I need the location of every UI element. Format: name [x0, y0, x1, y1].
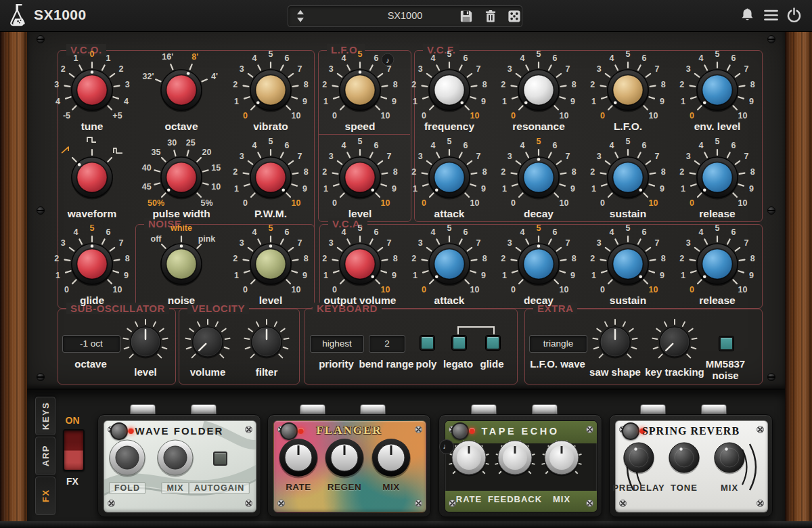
knob-octave-label: octave [164, 120, 198, 133]
knob-vca-sustain[interactable]: 012345678910sustain [583, 219, 673, 309]
knob-vcf-attack[interactable]: 012345678910attack [404, 132, 495, 223]
knob-vcf-lfo[interactable]: 012345678910L.F.O. [583, 45, 673, 135]
svg-text:6: 6 [642, 141, 647, 150]
wave-folder-mix-label: MIX [161, 482, 189, 494]
knob-lfo-level[interactable]: 012345678910level [315, 132, 405, 223]
svg-text:8: 8 [393, 254, 398, 263]
fx-power-switch[interactable] [63, 429, 85, 471]
notifications-bell-icon[interactable] [739, 7, 756, 24]
svg-text:4: 4 [341, 227, 346, 237]
knob-glide[interactable]: 012345678910glide [47, 219, 137, 309]
knob-noise-level[interactable]: 012345678910level [225, 219, 316, 309]
knob-velocity-volume[interactable]: volume [175, 309, 240, 374]
svg-text:9: 9 [749, 184, 754, 194]
keyboard-glide-checkbox[interactable] [486, 336, 500, 350]
svg-text:2: 2 [233, 254, 238, 263]
knob-resonance[interactable]: 012345678910resonance [493, 45, 584, 135]
knob-waveform[interactable]: waveform [47, 132, 137, 223]
save-preset-icon[interactable] [459, 9, 474, 24]
svg-text:3: 3 [597, 238, 602, 248]
fx-power-on-label: ON [66, 415, 80, 426]
bottom-rail [0, 521, 812, 528]
poly-checkbox[interactable] [420, 336, 434, 350]
svg-text:7: 7 [297, 238, 302, 248]
svg-text:9: 9 [749, 271, 754, 280]
spring-reverb-mix-knob[interactable] [710, 439, 748, 477]
svg-text:1: 1 [234, 97, 239, 106]
knob-saw-shape-label: saw shape [589, 366, 641, 378]
tab-keys[interactable]: KEYS [35, 397, 55, 435]
knob-vcf-sustain[interactable]: 012345678910sustain [583, 132, 673, 223]
flanger-regen-knob[interactable] [323, 437, 365, 479]
knob-saw-shape[interactable]: saw shape [583, 309, 648, 374]
svg-text:5: 5 [269, 49, 273, 59]
svg-text:7: 7 [476, 152, 480, 161]
svg-text:4: 4 [520, 53, 524, 63]
svg-text:6: 6 [642, 227, 647, 237]
knob-vca-attack[interactable]: 012345678910attack [404, 219, 495, 309]
tape-echo-rate-knob[interactable] [444, 433, 494, 483]
svg-text:1: 1 [502, 184, 507, 194]
randomize-preset-dice-icon[interactable] [507, 9, 522, 24]
flanger-rate-knob[interactable] [277, 437, 319, 479]
menu-hamburger-icon[interactable] [763, 7, 780, 23]
svg-text:0: 0 [422, 198, 426, 208]
spring-reverb-predelay-knob[interactable] [620, 439, 658, 477]
knob-pulse-width[interactable]: 50%45403530252015105%pulse width [136, 132, 227, 223]
knob-octave[interactable]: 32'16'8'4'octave [136, 45, 227, 135]
svg-text:3: 3 [418, 238, 423, 248]
knob-output-volume[interactable]: 012345678910output volume [315, 219, 405, 309]
spring-reverb-tone-knob[interactable] [665, 439, 703, 477]
wave-folder-mix-knob[interactable] [155, 437, 196, 478]
flanger-mix-knob[interactable] [370, 437, 412, 479]
knob-pwm[interactable]: 012345678910P.W.M. [225, 132, 316, 223]
svg-text:7: 7 [744, 64, 748, 74]
tape-echo-feedback-knob[interactable] [490, 433, 540, 483]
knob-vca-decay[interactable]: 012345678910decay [493, 219, 584, 309]
knob-velocity-filter[interactable]: filter [234, 309, 299, 374]
knob-vca-release[interactable]: 012345678910release [672, 219, 763, 309]
legato-checkbox[interactable] [452, 336, 466, 350]
title-bar: SX1000 SX1000 [0, 0, 812, 32]
tab-arp[interactable]: ARP [35, 437, 55, 475]
bend-range-field[interactable]: 2 [369, 335, 405, 353]
pedal-wave-folder: WAVE FOLDER FOLD MIX AUTOGAIN [97, 414, 261, 517]
svg-text:7: 7 [744, 152, 748, 161]
lfo-wave-select[interactable]: triangle [529, 335, 587, 353]
knob-vcf-decay[interactable]: 012345678910decay [493, 132, 584, 223]
tape-echo-mix-knob[interactable] [537, 433, 587, 483]
knob-noise-type[interactable]: offwhitepinknoise [136, 219, 227, 309]
svg-text:45: 45 [142, 182, 152, 192]
knob-vcf-release[interactable]: 012345678910release [672, 132, 763, 223]
tape-echo-sync-note-icon[interactable]: ♩ [439, 439, 454, 454]
svg-text:4': 4' [211, 72, 218, 81]
sub-octave-select[interactable]: -1 oct [62, 335, 120, 353]
knob-tune[interactable]: -5432101234+5tune [47, 45, 137, 135]
mm5837-noise-checkbox[interactable] [719, 336, 734, 351]
wood-side-left [0, 31, 27, 521]
svg-text:4: 4 [698, 227, 703, 237]
knob-env-level-label: env. level [694, 120, 741, 133]
flask-logo-icon [7, 3, 30, 28]
svg-text:3: 3 [418, 152, 423, 161]
svg-text:1: 1 [323, 97, 328, 106]
wave-folder-autogain-button[interactable] [213, 452, 227, 466]
knob-env-level[interactable]: 012345678910env. level [672, 45, 763, 135]
knob-vibrato[interactable]: 012345678910vibrato [225, 45, 316, 135]
priority-select[interactable]: highest [310, 335, 364, 353]
svg-text:9: 9 [302, 271, 307, 280]
knob-sub-level[interactable]: level [113, 309, 178, 374]
power-icon[interactable] [786, 7, 803, 24]
wave-folder-fold-knob[interactable] [107, 437, 148, 478]
svg-text:1: 1 [413, 184, 418, 194]
delete-preset-icon[interactable] [483, 9, 498, 24]
svg-text:9: 9 [302, 184, 307, 194]
knob-speed[interactable]: 012345678910♪speed [315, 45, 405, 135]
svg-text:3: 3 [508, 152, 512, 161]
knob-frequency[interactable]: 012345678910frequency [404, 45, 495, 135]
tab-fx[interactable]: FX [35, 477, 55, 515]
knob-velocity-volume-label: volume [190, 366, 226, 378]
svg-text:0: 0 [243, 198, 248, 208]
svg-text:0: 0 [511, 198, 516, 208]
knob-key-tracking[interactable]: key tracking [642, 309, 707, 374]
